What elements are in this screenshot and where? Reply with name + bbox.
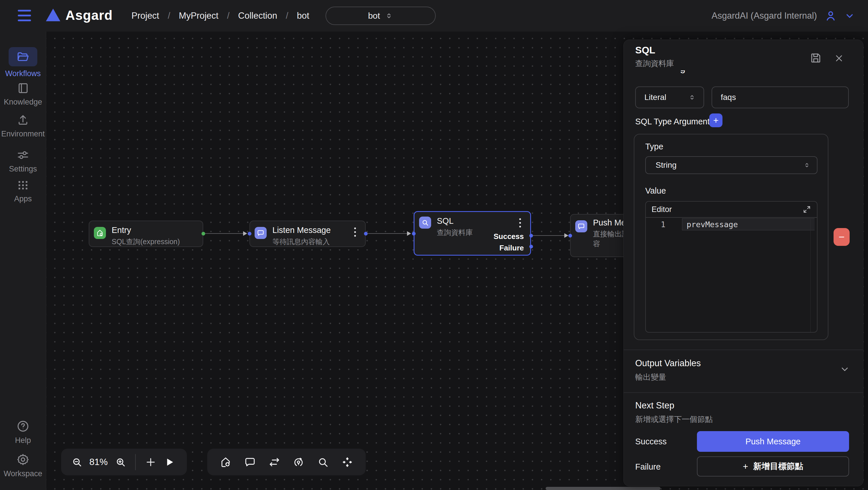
node-title: Entry xyxy=(112,226,131,235)
sql-type-arguments-label: SQL Type Arguments xyxy=(635,117,714,126)
remove-argument-button[interactable]: − xyxy=(834,228,849,246)
sidebar-item-workflows[interactable]: Workflows xyxy=(0,47,46,78)
node-menu-icon[interactable] xyxy=(351,226,360,238)
code-editor[interactable]: Editor 1 prevMessage xyxy=(645,201,817,333)
sidebar-item-help[interactable]: Help xyxy=(0,419,46,445)
add-node-button[interactable] xyxy=(142,456,160,468)
add-search-node-icon[interactable] xyxy=(317,456,329,468)
breadcrumb-myproject[interactable]: MyProject xyxy=(179,11,218,21)
node-listen-message[interactable]: Listen Message 等待訊息內容輸入 xyxy=(249,221,366,247)
panel-divider xyxy=(624,392,863,393)
breadcrumb-bot[interactable]: bot xyxy=(297,11,309,21)
zoom-in-button[interactable] xyxy=(112,456,129,468)
chevron-down-icon[interactable] xyxy=(844,11,855,21)
breadcrumb-separator: / xyxy=(167,11,170,21)
zoom-out-button[interactable] xyxy=(69,456,86,468)
add-entry-node-icon[interactable] xyxy=(219,456,232,468)
editor-header: Editor xyxy=(646,202,817,218)
menu-icon[interactable] xyxy=(18,10,31,21)
breadcrumb-separator: / xyxy=(227,11,229,21)
add-failure-target-button[interactable]: + 新增目標節點 xyxy=(697,456,849,477)
user-icon xyxy=(825,9,837,22)
success-row-label: Success xyxy=(635,437,667,446)
sql-input-port[interactable] xyxy=(412,232,415,235)
listen-input-port[interactable] xyxy=(248,232,251,235)
chevron-up-down-icon xyxy=(384,11,393,20)
canvas-horizontal-scrollbar[interactable] xyxy=(546,487,660,490)
breadcrumb-separator: / xyxy=(286,11,288,21)
app-title: Asgard xyxy=(65,7,113,23)
argument-type-select[interactable]: String xyxy=(645,156,817,174)
sidebar-item-label: Apps xyxy=(0,195,46,203)
close-icon xyxy=(834,53,844,63)
sidebar-item-settings[interactable]: Settings xyxy=(0,148,46,173)
next-step-subtitle: 新增或選擇下一個節點 xyxy=(635,414,713,425)
node-menu-icon[interactable] xyxy=(516,217,524,229)
panel-divider xyxy=(624,350,863,350)
chevron-up-down-icon xyxy=(803,162,811,169)
plus-icon: + xyxy=(743,461,748,472)
output-variables-toggle[interactable] xyxy=(840,364,850,374)
save-icon xyxy=(810,52,822,64)
add-intent-node-icon[interactable] xyxy=(292,456,305,468)
add-exchange-node-icon[interactable] xyxy=(268,456,281,468)
port-failure-label: Failure xyxy=(499,243,524,253)
save-button[interactable] xyxy=(810,52,822,64)
plus-icon: + xyxy=(713,115,719,126)
close-panel-button[interactable] xyxy=(834,53,844,63)
output-variables-subtitle: 輸出變量 xyxy=(635,372,666,382)
node-sql[interactable]: SQL 查詢資料庫 Success Failure xyxy=(414,211,531,256)
play-icon xyxy=(164,457,175,468)
editor-body[interactable]: 1 prevMessage xyxy=(646,218,817,332)
expand-icon[interactable] xyxy=(803,205,811,214)
failure-row-label: Failure xyxy=(635,462,661,471)
output-variables-title: Output Variables xyxy=(635,358,701,369)
search-node-icon xyxy=(419,217,431,229)
value-type-select[interactable]: Literal xyxy=(635,86,704,108)
push-input-port[interactable] xyxy=(568,234,572,237)
sidebar-item-environment[interactable]: Environment xyxy=(0,113,46,139)
sidebar-item-apps[interactable]: Apps xyxy=(0,178,46,203)
wire-arrowhead xyxy=(564,233,568,238)
asgard-logo-icon xyxy=(46,9,60,21)
wire-arrowhead xyxy=(407,231,411,236)
sidebar-item-label: Workflows xyxy=(0,69,46,78)
node-subtitle: 查詢資料庫 xyxy=(437,228,473,237)
sql-failure-port[interactable] xyxy=(529,245,533,249)
argument-name-input[interactable] xyxy=(712,86,849,108)
sidebar-item-label: Help xyxy=(0,436,46,445)
zoom-toolbar: 81% xyxy=(61,449,187,475)
add-switch-node-icon[interactable] xyxy=(341,456,353,468)
chevron-down-icon xyxy=(840,364,850,374)
scrolled-content-fragment: g xyxy=(680,70,697,78)
breadcrumb-collection[interactable]: Collection xyxy=(238,11,277,21)
editor-title: Editor xyxy=(652,205,672,214)
sidebar-item-workspace[interactable]: Workspace xyxy=(0,453,46,478)
zoom-out-icon xyxy=(71,456,83,468)
workflow-selector[interactable]: bot xyxy=(326,7,436,25)
run-workflow-button[interactable] xyxy=(160,457,179,468)
gear-icon xyxy=(16,453,30,466)
breadcrumb-project[interactable]: Project xyxy=(131,11,159,21)
value-type-select-value: Literal xyxy=(644,93,666,102)
argument-type-select-value: String xyxy=(656,161,677,170)
account-menu[interactable]: AsgardAI (Asgard Internal) xyxy=(712,0,855,32)
sidebar-item-label: Knowledge xyxy=(0,98,46,107)
help-circle-icon xyxy=(16,419,30,433)
wire-arrowhead xyxy=(243,231,247,236)
zoom-in-icon xyxy=(115,456,127,468)
add-failure-target-label: 新增目標節點 xyxy=(753,461,803,472)
type-label: Type xyxy=(645,142,663,151)
sidebar-item-knowledge[interactable]: Knowledge xyxy=(0,82,46,107)
wire-sql-to-push xyxy=(533,235,565,236)
minus-icon: − xyxy=(838,231,844,243)
message-node-icon xyxy=(575,220,587,232)
add-argument-button[interactable]: + xyxy=(709,113,722,127)
code-text[interactable]: prevMessage xyxy=(687,220,738,229)
add-message-node-icon[interactable] xyxy=(244,456,256,468)
chevron-up-down-icon xyxy=(688,93,696,102)
success-target-button[interactable]: Push Message xyxy=(697,431,849,452)
node-config-panel: SQL 查詢資料庫 g Literal SQL Type Arguments +… xyxy=(623,40,863,486)
panel-title: SQL xyxy=(635,45,655,56)
node-entry[interactable]: Entry SQL查詢(expression) xyxy=(89,221,203,247)
